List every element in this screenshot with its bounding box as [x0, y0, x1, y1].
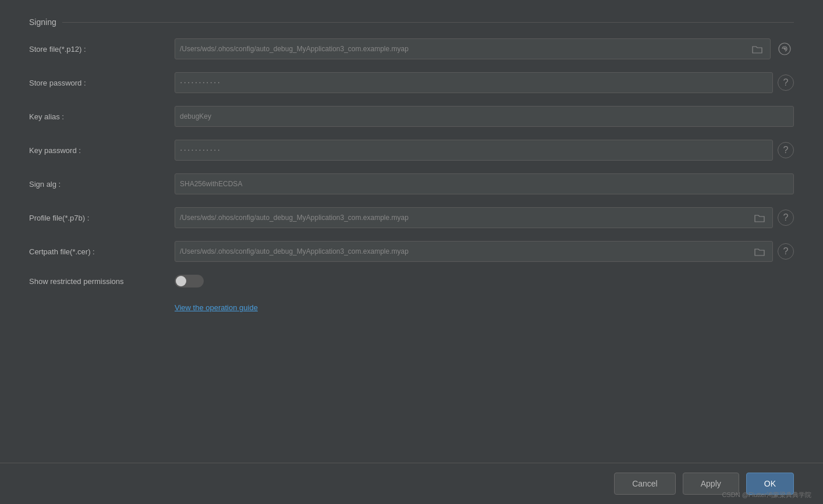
folder-icon-3 [754, 247, 765, 256]
store-file-field[interactable]: /Users/wds/.ohos/config/auto_debug_MyApp… [175, 38, 771, 59]
certpath-file-label: Certpath file(*.cer) : [29, 247, 169, 256]
show-restricted-label: Show restricted permissions [29, 277, 169, 286]
store-file-value: /Users/wds/.ohos/config/auto_debug_MyApp… [180, 45, 747, 53]
key-password-field[interactable]: ··········· [175, 140, 773, 161]
profile-file-row: Profile file(*.p7b) : /Users/wds/.ohos/c… [29, 207, 794, 228]
store-file-browse-button[interactable] [749, 41, 765, 57]
profile-file-browse-button[interactable] [751, 210, 768, 226]
certpath-file-help-button[interactable]: ? [778, 243, 794, 260]
folder-icon-2 [754, 214, 765, 222]
sign-alg-value: SHA256withECDSA [180, 180, 789, 188]
fingerprint-icon [778, 42, 792, 56]
sign-alg-label: Sign alg : [29, 180, 169, 189]
show-restricted-row: Show restricted permissions [29, 275, 794, 288]
help-icon: ? [783, 77, 789, 88]
certpath-file-field[interactable]: /Users/wds/.ohos/config/auto_debug_MyApp… [175, 241, 773, 262]
certpath-file-browse-button[interactable] [751, 243, 768, 260]
store-password-label: Store password : [29, 79, 169, 87]
fingerprint-button[interactable] [775, 40, 794, 58]
view-guide-row: View the operation guide [29, 300, 794, 312]
key-password-row: Key password : ··········· ? [29, 140, 794, 161]
key-alias-field[interactable]: debugKey [175, 106, 794, 127]
profile-file-field[interactable]: /Users/wds/.ohos/config/auto_debug_MyApp… [175, 207, 773, 228]
show-restricted-toggle[interactable] [175, 275, 204, 288]
help-icon-2: ? [783, 145, 789, 155]
toggle-knob [176, 276, 186, 286]
profile-file-input-wrapper: /Users/wds/.ohos/config/auto_debug_MyApp… [175, 207, 794, 228]
store-file-label: Store file(*.p12) : [29, 45, 169, 54]
content-area: Signing Store file(*.p12) : /Users/wds/.… [0, 0, 823, 463]
help-icon-4: ? [783, 246, 789, 257]
certpath-file-input-wrapper: /Users/wds/.ohos/config/auto_debug_MyApp… [175, 241, 794, 262]
section-title: Signing [29, 17, 794, 27]
key-password-help-button[interactable]: ? [778, 142, 794, 158]
key-alias-value: debugKey [180, 112, 789, 120]
store-file-input-wrapper: /Users/wds/.ohos/config/auto_debug_MyApp… [175, 38, 794, 59]
watermark: CSDN @Flutter鸿蒙梁典典学院 [722, 491, 811, 499]
key-password-value: ··········· [180, 145, 221, 155]
certpath-file-row: Certpath file(*.cer) : /Users/wds/.ohos/… [29, 241, 794, 262]
key-alias-label: Key alias : [29, 112, 169, 121]
store-password-input-wrapper: ··········· ? [175, 72, 794, 93]
store-password-help-button[interactable]: ? [778, 74, 794, 91]
section-heading: Signing [29, 17, 56, 27]
store-password-value: ··········· [180, 77, 221, 88]
profile-file-label: Profile file(*.p7b) : [29, 214, 169, 222]
key-alias-input-wrapper: debugKey [175, 106, 794, 127]
sign-alg-field[interactable]: SHA256withECDSA [175, 173, 794, 194]
store-file-row: Store file(*.p12) : /Users/wds/.ohos/con… [29, 38, 794, 59]
profile-file-help-button[interactable]: ? [778, 210, 794, 226]
button-bar: Cancel Apply OK [0, 463, 823, 504]
key-password-input-wrapper: ··········· ? [175, 140, 794, 161]
store-password-field[interactable]: ··········· [175, 72, 773, 93]
key-password-label: Key password : [29, 146, 169, 155]
certpath-file-value: /Users/wds/.ohos/config/auto_debug_MyApp… [180, 247, 749, 255]
store-password-row: Store password : ··········· ? [29, 72, 794, 93]
key-alias-row: Key alias : debugKey [29, 106, 794, 127]
help-icon-3: ? [783, 212, 789, 223]
svg-point-1 [784, 48, 785, 49]
dialog-container: Signing Store file(*.p12) : /Users/wds/.… [0, 0, 823, 504]
folder-icon [752, 45, 762, 54]
toggle-wrapper [175, 275, 204, 288]
cancel-button[interactable]: Cancel [614, 473, 676, 495]
view-guide-link[interactable]: View the operation guide [175, 303, 258, 312]
sign-alg-input-wrapper: SHA256withECDSA [175, 173, 794, 194]
sign-alg-row: Sign alg : SHA256withECDSA [29, 173, 794, 194]
profile-file-value: /Users/wds/.ohos/config/auto_debug_MyApp… [180, 214, 749, 222]
